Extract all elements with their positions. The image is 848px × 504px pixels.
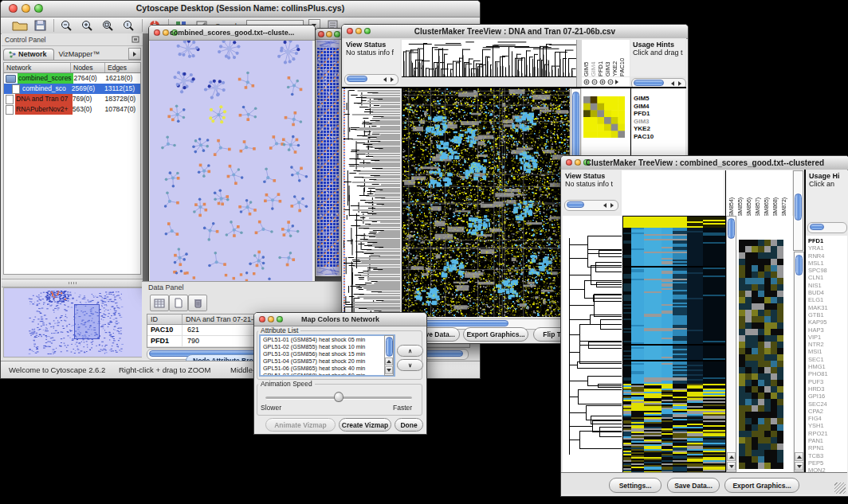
- usage-hints-scrollbar[interactable]: [807, 222, 847, 233]
- scrollbar-thumb[interactable]: [347, 76, 367, 82]
- network-table-row[interactable]: combined_scores2764(0)16218(0): [4, 73, 140, 84]
- col-id[interactable]: ID: [147, 315, 183, 324]
- arrow-up-icon[interactable]: [729, 455, 734, 459]
- arrow-left-icon[interactable]: [603, 203, 607, 208]
- tab-network[interactable]: Network: [3, 49, 54, 60]
- gene-label[interactable]: HAP3: [808, 326, 847, 334]
- gene-label[interactable]: SEC1: [808, 356, 847, 363]
- network-canvas[interactable]: [150, 41, 312, 284]
- create-vizmap-button[interactable]: Create Vizmap: [339, 418, 391, 432]
- column-dendrogram-area[interactable]: [622, 170, 724, 215]
- arrow-right-icon[interactable]: [610, 203, 614, 208]
- gene-label[interactable]: KAP95: [808, 318, 847, 326]
- dialog-titlebar[interactable]: Map Colors to Network: [254, 313, 426, 326]
- row-dendrogram[interactable]: [563, 216, 622, 472]
- gene-label[interactable]: YKE2: [634, 125, 685, 133]
- gene-label[interactable]: RPO21: [808, 430, 847, 437]
- arrow-down-icon[interactable]: [729, 465, 734, 468]
- export-graphics-button[interactable]: Export Graphics...: [463, 327, 528, 342]
- zoom-matrix-canvas[interactable]: [739, 240, 783, 469]
- zoom-in-icon[interactable]: [80, 19, 96, 32]
- col-network[interactable]: Network: [4, 63, 71, 72]
- gene-label[interactable]: CLN1: [808, 274, 847, 281]
- gene-label[interactable]: TCB3: [808, 452, 847, 459]
- network-table-row[interactable]: RNAPuberNov2+563(0)107847(0): [4, 104, 140, 115]
- zoom-panel-vscrollbar[interactable]: [794, 252, 804, 472]
- gene-label[interactable]: NTR2: [808, 341, 847, 348]
- attribute-list-item[interactable]: GPL51-03 (GSM856) heat shock 15 min: [261, 350, 394, 357]
- slider-thumb[interactable]: [334, 392, 344, 402]
- attribute-select-button[interactable]: [150, 295, 169, 311]
- new-attribute-button[interactable]: [169, 295, 188, 311]
- close-icon[interactable]: [318, 31, 324, 37]
- gene-label[interactable]: MSI1: [808, 348, 847, 355]
- gene-label[interactable]: PAC10: [634, 133, 685, 141]
- background-network-canvas[interactable]: [316, 40, 340, 275]
- view-status-scrollbar[interactable]: [564, 200, 618, 211]
- background-network-window[interactable]: [315, 28, 343, 277]
- maximize-icon[interactable]: [334, 31, 340, 37]
- treeview1-titlebar[interactable]: ClusterMaker TreeView : DNA and Tran 07-…: [342, 25, 688, 39]
- splitter-strip[interactable]: [576, 40, 582, 87]
- gene-label[interactable]: GIM5: [634, 95, 685, 103]
- col-nodes[interactable]: Nodes: [71, 63, 105, 72]
- gene-label[interactable]: RNR4: [808, 252, 847, 260]
- gene-label[interactable]: PAN1: [808, 437, 847, 444]
- arrow-up-icon[interactable]: [797, 455, 802, 459]
- gene-label[interactable]: YRA1: [808, 244, 847, 252]
- network-table-row[interactable]: combined_sco2569(6)13112(15): [4, 84, 140, 94]
- arrow-left-icon[interactable]: [383, 77, 387, 82]
- scrollbar-thumb[interactable]: [795, 193, 802, 221]
- arrow-right-icon[interactable]: [678, 81, 681, 86]
- column-dendrogram[interactable]: [402, 40, 576, 77]
- move-up-button[interactable]: ∧: [397, 345, 423, 357]
- gene-label[interactable]: RPN1: [808, 444, 847, 451]
- scrollbar-thumb[interactable]: [386, 337, 393, 357]
- zoom-fit-icon[interactable]: [100, 19, 116, 32]
- export-graphics-button[interactable]: Export Graphics...: [724, 478, 799, 493]
- delete-attribute-button[interactable]: [188, 295, 207, 311]
- treeview2-titlebar[interactable]: ClusterMaker TreeView : combined_scores_…: [561, 156, 848, 170]
- network-window-titlebar[interactable]: combined_scores_good.txt--cluste...: [149, 25, 315, 41]
- zoom-in-icon[interactable]: [583, 79, 590, 85]
- gene-label[interactable]: PEP5: [808, 459, 847, 467]
- gene-label[interactable]: MAK31: [808, 304, 847, 311]
- done-button[interactable]: Done: [395, 418, 423, 432]
- gene-label[interactable]: GIM3: [634, 118, 685, 126]
- attribute-list-item[interactable]: GPL51-02 (GSM855) heat shock 10 min: [261, 343, 394, 350]
- tab-vizmapper[interactable]: VizMapper™: [54, 49, 107, 60]
- zoom-out-icon[interactable]: [591, 79, 598, 85]
- scrollbar-thumb[interactable]: [728, 218, 735, 239]
- panel-splitter[interactable]: [2, 279, 143, 287]
- column-labels-scrollbar[interactable]: [793, 170, 803, 251]
- gene-label[interactable]: GTB1: [808, 311, 847, 318]
- gene-label[interactable]: HRD3: [808, 385, 847, 393]
- gene-label[interactable]: VIP1: [808, 334, 847, 341]
- view-status-scrollbar[interactable]: [344, 74, 398, 85]
- scrollbar-thumb[interactable]: [567, 201, 584, 208]
- move-down-button[interactable]: ∨: [397, 359, 423, 371]
- gene-label[interactable]: FIG4: [808, 415, 847, 422]
- animate-vizmap-button[interactable]: Animate Vizmap: [265, 418, 336, 432]
- heatmap-vscrollbar[interactable]: [726, 216, 736, 472]
- settings-button[interactable]: Settings...: [609, 478, 662, 493]
- heatmap-canvas[interactable]: [402, 88, 570, 317]
- background-window-titlebar[interactable]: [316, 29, 342, 40]
- arrow-up-icon[interactable]: [387, 360, 391, 363]
- attribute-list-item[interactable]: GPL51-06 (GSM865) heat shock 40 min: [261, 365, 394, 372]
- attribute-list-item[interactable]: GPL51-01 (GSM854) heat shock 05 min: [261, 336, 394, 343]
- arrow-down-icon[interactable]: [797, 465, 802, 468]
- birdseye-overview[interactable]: [3, 287, 143, 357]
- float-panel-icon[interactable]: [132, 36, 139, 43]
- gene-label[interactable]: GIM4: [634, 103, 685, 111]
- attribute-list-item[interactable]: GPL51-07 (GSM868) heat shock 60 min: [261, 372, 394, 377]
- save-icon[interactable]: [33, 19, 49, 32]
- open-file-icon[interactable]: [12, 19, 28, 32]
- save-data-button[interactable]: Save Data...: [667, 478, 720, 493]
- gene-label[interactable]: BUD4: [808, 289, 847, 296]
- resize-grip-icon[interactable]: [834, 483, 846, 494]
- arrow-right-icon[interactable]: [391, 77, 394, 82]
- gene-label[interactable]: MSL1: [808, 260, 847, 267]
- gene-label[interactable]: CPA2: [808, 408, 847, 415]
- gene-label[interactable]: PFD1: [808, 237, 847, 244]
